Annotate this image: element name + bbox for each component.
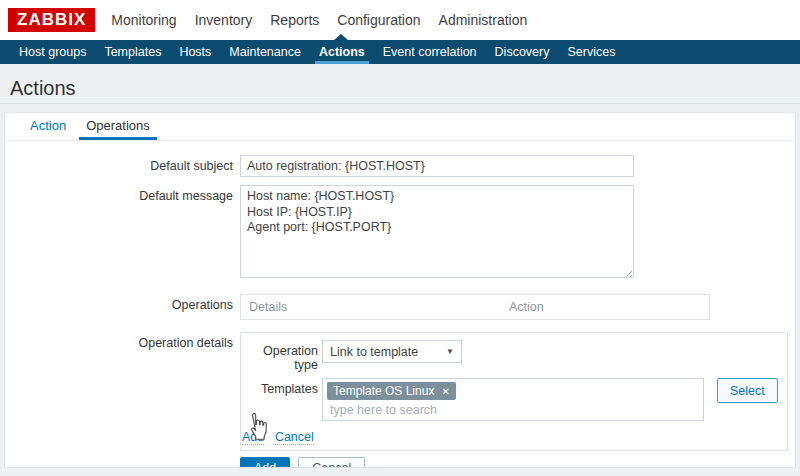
buttons-spacer bbox=[5, 457, 240, 461]
sub-nav-actions[interactable]: Actions bbox=[310, 40, 374, 64]
tab-operations[interactable]: Operations bbox=[79, 112, 157, 140]
add-button[interactable]: Add bbox=[240, 457, 290, 468]
default-subject-row: Default subject bbox=[5, 155, 795, 177]
default-subject-label: Default subject bbox=[5, 155, 240, 173]
default-message-label: Default message bbox=[5, 185, 240, 203]
content-panel: Action Operations Default subject Defaul… bbox=[4, 112, 796, 468]
templates-row: Templates Template OS Linux ✕ Select bbox=[241, 378, 787, 421]
main-nav-configuration[interactable]: Configuration bbox=[328, 12, 429, 28]
operation-type-value: Link to template bbox=[330, 345, 418, 359]
sub-nav-services[interactable]: Services bbox=[558, 40, 624, 64]
operations-table: Details Action bbox=[240, 294, 710, 320]
sub-nav-discovery[interactable]: Discovery bbox=[486, 40, 559, 64]
default-message-row: Default message Host name: {HOST.HOST} H… bbox=[5, 185, 795, 281]
zabbix-logo[interactable]: ZABBIX bbox=[8, 8, 95, 32]
tab-action[interactable]: Action bbox=[23, 112, 73, 140]
operations-label: Operations bbox=[5, 294, 240, 312]
cancel-button[interactable]: Cancel bbox=[298, 457, 365, 468]
template-chip: Template OS Linux ✕ bbox=[327, 382, 456, 400]
main-nav-inventory[interactable]: Inventory bbox=[186, 12, 262, 28]
operation-type-label: Operation type bbox=[241, 340, 318, 372]
sub-nav-event-correlation[interactable]: Event correlation bbox=[374, 40, 486, 64]
default-subject-input[interactable] bbox=[240, 155, 634, 177]
operation-details-label: Operation details bbox=[5, 332, 240, 350]
template-chip-label: Template OS Linux bbox=[333, 384, 434, 398]
templates-search-input[interactable] bbox=[326, 401, 681, 418]
operation-type-row: Operation type Link to template ▼ bbox=[241, 340, 787, 372]
operations-row: Operations Details Action bbox=[5, 294, 795, 320]
sub-nav: Host groups Templates Hosts Maintenance … bbox=[0, 40, 800, 64]
main-nav-reports[interactable]: Reports bbox=[261, 12, 328, 28]
operation-type-select[interactable]: Link to template ▼ bbox=[322, 340, 462, 363]
operation-cancel-link[interactable]: Cancel bbox=[275, 430, 314, 445]
sub-nav-templates[interactable]: Templates bbox=[95, 40, 170, 64]
sub-nav-hosts[interactable]: Hosts bbox=[170, 40, 220, 64]
default-message-textarea[interactable]: Host name: {HOST.HOST} Host IP: {HOST.IP… bbox=[240, 185, 634, 278]
top-bar: ZABBIX Monitoring Inventory Reports Conf… bbox=[0, 0, 800, 40]
operations-form: Default subject Default message Host nam… bbox=[5, 141, 795, 468]
chevron-down-icon: ▼ bbox=[446, 347, 454, 356]
main-nav-administration[interactable]: Administration bbox=[430, 12, 537, 28]
operations-col-action: Action bbox=[501, 300, 552, 314]
operation-add-link[interactable]: Add bbox=[242, 430, 264, 445]
templates-label: Templates bbox=[241, 378, 318, 396]
main-nav-monitoring[interactable]: Monitoring bbox=[102, 12, 185, 28]
tab-bar: Action Operations bbox=[5, 113, 795, 141]
page-header: Actions bbox=[0, 64, 800, 104]
page-title: Actions bbox=[10, 77, 790, 100]
operation-links-row: Add Cancel bbox=[241, 429, 787, 444]
templates-select-button[interactable]: Select bbox=[717, 378, 778, 403]
operation-details-row: Operation details Operation type Link to… bbox=[5, 332, 795, 451]
main-nav: Monitoring Inventory Reports Configurati… bbox=[102, 12, 536, 28]
operations-col-details: Details bbox=[241, 300, 501, 314]
sub-nav-host-groups[interactable]: Host groups bbox=[10, 40, 95, 64]
templates-multiselect[interactable]: Template OS Linux ✕ bbox=[322, 378, 704, 421]
sub-nav-maintenance[interactable]: Maintenance bbox=[220, 40, 310, 64]
operation-details-box: Operation type Link to template ▼ Templa… bbox=[240, 332, 788, 451]
chip-remove-icon[interactable]: ✕ bbox=[441, 386, 449, 397]
form-buttons-row: Add Cancel bbox=[5, 457, 795, 468]
